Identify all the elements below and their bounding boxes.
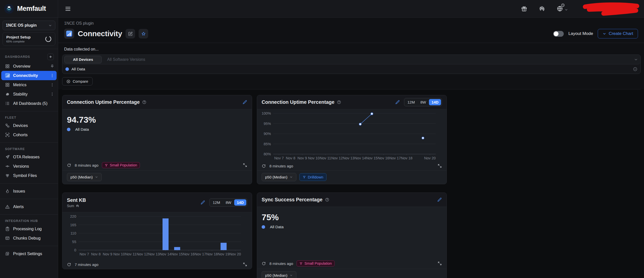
add-dashboard-button[interactable] [47, 54, 54, 60]
refresh-icon [262, 164, 266, 168]
chart-card-sent-kb: Sent KB Sum 12M 8 [62, 193, 252, 269]
help-icon[interactable] [142, 100, 146, 104]
kebab-menu-icon[interactable] [50, 83, 54, 87]
project-setup-card[interactable]: Project Setup 65% complete [3, 32, 55, 46]
sidebar-item-project-settings[interactable]: Project Settings [0, 249, 58, 258]
sidebar-item-label: Stability [13, 92, 28, 97]
hamburger-menu-icon[interactable] [65, 6, 71, 12]
edit-chart-icon[interactable] [437, 197, 442, 202]
series-label: All Data [270, 225, 284, 229]
create-chart-button[interactable]: Create Chart [598, 29, 638, 38]
small-population-badge: Small Population [102, 162, 140, 168]
edit-chart-icon[interactable] [395, 100, 400, 105]
aggregation-dropdown[interactable]: p50 (Median) [262, 173, 296, 181]
expand-icon[interactable] [437, 164, 442, 168]
chart-card-connection-uptime-stat: Connection Uptime Percentage 94.73% All [62, 95, 252, 184]
kebab-menu-icon[interactable] [50, 73, 54, 78]
card-title: Sent KB [67, 197, 86, 203]
sidebar-item-versions[interactable]: Versions [0, 162, 58, 171]
sidebar-item-metrics[interactable]: Metrics [0, 80, 58, 89]
range-8w[interactable]: 8W [223, 199, 234, 206]
svg-text:80%: 80% [264, 152, 271, 156]
aggregation-dropdown[interactable]: p50 (Median) [67, 173, 102, 181]
sidebar-item-label: Symbol Files [13, 173, 37, 178]
chevron-down-icon[interactable] [634, 58, 638, 62]
sidebar-item-stability[interactable]: Stability [0, 89, 58, 99]
pin-icon[interactable] [50, 64, 54, 68]
svg-text:Nov 15: Nov 15 [366, 156, 378, 160]
help-icon[interactable] [325, 198, 329, 202]
refresh-icon [67, 163, 71, 167]
software-versions-placeholder[interactable]: All Software Versions [107, 57, 145, 62]
cohorts-icon [5, 132, 10, 137]
sidebar-item-alerts[interactable]: Alerts [0, 202, 58, 211]
sidebar-item-symbol-files[interactable]: Symbol Files [0, 171, 58, 180]
sidebar-item-issues[interactable]: Issues [0, 187, 58, 196]
svg-text:Nov 16: Nov 16 [183, 252, 194, 256]
sidebar-item-chunks-debug[interactable]: Chunks Debug [0, 234, 58, 243]
range-12m[interactable]: 12M [405, 99, 417, 105]
main-content: 1NCE OS plugin Connectivity Layout Mode [58, 18, 644, 278]
sidebar-item-ota-releases[interactable]: OTA Releases [0, 152, 58, 162]
chart-card-connection-uptime-line: Connection Uptime Percentage 12M 8W [257, 95, 447, 184]
svg-text:85%: 85% [264, 142, 271, 146]
kebab-menu-icon[interactable] [50, 92, 54, 96]
svg-text:Nov 10: Nov 10 [113, 252, 125, 256]
range-8w[interactable]: 8W [418, 99, 429, 105]
svg-text:Nov 18: Nov 18 [401, 156, 413, 160]
sidebar-item-label: Versions [13, 164, 29, 169]
range-12m[interactable]: 12M [210, 199, 223, 206]
edit-dashboard-name-button[interactable] [126, 29, 135, 38]
chevron-down-icon [290, 175, 293, 179]
sidebar-item-overview[interactable]: Overview [0, 62, 58, 71]
timezone-selector[interactable] [557, 6, 568, 12]
sidebar-item-label: Cohorts [13, 132, 28, 137]
sidebar-item-cohorts[interactable]: Cohorts [0, 130, 58, 140]
svg-text:0: 0 [74, 248, 76, 252]
all-devices-tab[interactable]: All Devices [64, 56, 102, 63]
filter-row-devices: All Devices All Software Versions [62, 55, 640, 64]
svg-text:Nov 7: Nov 7 [274, 156, 284, 160]
sidebar-item-label: Devices [13, 123, 28, 128]
rock-icon [5, 92, 10, 97]
gear-icon [5, 251, 10, 256]
svg-text:Nov 19: Nov 19 [218, 252, 229, 256]
sidebar-section-fleet: FLEET [5, 116, 16, 119]
data-collected-label: Data collected on... [62, 47, 641, 55]
memfault-logo-icon [4, 4, 14, 14]
expand-icon[interactable] [243, 262, 247, 267]
remove-filter-icon[interactable] [633, 67, 637, 71]
sidebar-item-label: Metrics [13, 82, 26, 87]
edit-chart-icon[interactable] [242, 100, 247, 105]
help-icon[interactable] [337, 100, 341, 104]
sidebar-item-all-dashboards[interactable]: All Dashboards (5) [0, 99, 58, 108]
expand-icon[interactable] [243, 163, 247, 167]
sidebar-item-processing-log[interactable]: Processing Log [0, 224, 58, 234]
filter-row-all-data: All Data [62, 64, 640, 74]
project-selector[interactable]: 1NCE OS plugin [3, 21, 55, 30]
devices-icon [5, 123, 10, 128]
compare-button[interactable]: Compare [62, 77, 93, 85]
expand-icon[interactable] [437, 261, 442, 266]
page-title: Connectivity [78, 29, 122, 38]
range-14d[interactable]: 14D [234, 199, 246, 206]
funnel-icon [299, 262, 303, 265]
usage-stats-icon[interactable] [539, 6, 545, 12]
gift-icon[interactable] [521, 6, 527, 12]
brand: Memfault [0, 0, 58, 17]
range-14d[interactable]: 14D [429, 99, 441, 105]
svg-text:Nov 20: Nov 20 [424, 156, 436, 160]
svg-text:Nov 13: Nov 13 [148, 252, 160, 256]
time-range-selector: 12M 8W 14D [404, 98, 442, 106]
edit-chart-icon[interactable] [200, 200, 205, 205]
layout-mode-toggle[interactable] [553, 31, 564, 37]
aggregation-dropdown[interactable]: p50 (Median) [262, 271, 296, 278]
drilldown-button[interactable]: Drilldown [299, 173, 327, 181]
breadcrumb: 1NCE OS plugin [58, 18, 644, 26]
symbols-cluster-icon [5, 173, 10, 178]
sidebar-item-label: Project Settings [13, 251, 42, 256]
refresh-icon [262, 261, 266, 266]
favorite-star-button[interactable] [139, 29, 148, 38]
sidebar-item-devices[interactable]: Devices [0, 121, 58, 130]
sidebar-item-connectivity[interactable]: Connectivity [1, 71, 57, 80]
